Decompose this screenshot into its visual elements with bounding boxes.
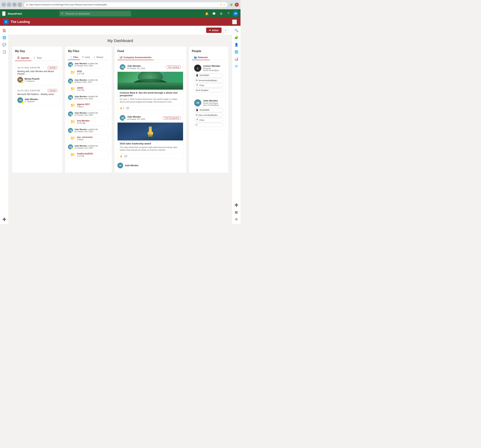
files-list: JM João Mendes modified file at October …: [68, 62, 109, 161]
tab-company-announcements[interactable]: 📢 Company Annoucements: [117, 55, 154, 60]
person-location-btn-1[interactable]: 📍 Porto: [194, 118, 223, 122]
file-card-1[interactable]: 📁 adobe 4.65 GB: [68, 85, 109, 93]
tab-todo[interactable]: ✓ Todo: [31, 55, 44, 61]
file-card-5[interactable]: 📁 AnaEscola2019 3.13 GB: [68, 150, 109, 159]
file-author-avatar-3: JM: [68, 112, 73, 116]
edit-bar: ✏ Editar ⤢: [9, 26, 232, 35]
profile-button[interactable]: B: [234, 2, 239, 7]
person-phone-btn-1[interactable]: 📱 931355896: [194, 108, 223, 112]
url-text: https://spteck.sharepoint.com/SitePages/…: [29, 4, 108, 6]
tab-agenda[interactable]: ☰ Agenda: [15, 55, 31, 61]
lock-icon: 🔒: [26, 4, 28, 6]
tab-relevant[interactable]: 👥 Relevant: [192, 55, 210, 60]
comment-action-1[interactable]: 💬: [125, 155, 127, 157]
sidebar-home-button[interactable]: 🏠: [1, 27, 8, 34]
waffle-menu-button[interactable]: ⊞: [2, 11, 6, 16]
sidebar-add-button[interactable]: ➕: [1, 216, 8, 223]
file-entry-4: JM João Mendes modified file at October …: [68, 128, 109, 142]
person-location-btn-0[interactable]: 📍 Porto: [194, 83, 223, 88]
file-author-info-1: João Mendes modified file at March 24th,…: [75, 79, 98, 83]
sharepoint-brand: SharePoint: [8, 12, 22, 15]
feed-post-actions-1: 👍 💬: [118, 153, 183, 159]
search-box[interactable]: 🔍 Procurar no SharePoint: [60, 11, 131, 16]
event-meta-2: Jun 20, 2023, 4:00:00 PM normal: [17, 89, 57, 92]
address-bar[interactable]: 🔒 https://spteck.sharepoint.com/SitePage…: [24, 2, 228, 7]
settings-button[interactable]: ⚙: [218, 11, 224, 16]
file-card-4[interactable]: 📁 ana_vncerveira 0 Bytes: [68, 134, 109, 142]
file-author-info-5: João Mendes modified file at October 2nd…: [75, 145, 98, 149]
file-author-3: JM João Mendes modified file at October …: [68, 112, 109, 116]
profile-badge: B: [235, 3, 239, 7]
tab-used[interactable]: ⏱ Used: [80, 55, 92, 60]
expand-button[interactable]: ⤢: [223, 28, 228, 33]
user-avatar[interactable]: JM: [233, 11, 238, 16]
star-icon: ☆: [223, 3, 225, 6]
feed-post-header-1: JM João Mendes at October 7th, 2020 The …: [118, 113, 183, 123]
file-card-2[interactable]: 📁 algarve 2017 0 Bytes: [68, 101, 109, 110]
event-organizer-2: JM João Mendes ⏱ Organizer: [17, 97, 57, 103]
help-button[interactable]: ?: [225, 11, 231, 16]
site-more-button[interactable]: ···: [232, 20, 237, 24]
right-user-btn[interactable]: 👤: [233, 42, 240, 48]
relevant-icon: 👥: [194, 56, 197, 59]
email-icon-1: ✉: [196, 114, 197, 116]
site-header: H The Landing ···: [0, 18, 240, 26]
right-email-btn[interactable]: 📧: [233, 63, 240, 69]
organizer-info-1: Michal Pisarek ⏱ Organizer: [24, 78, 39, 82]
feed-header: Feed: [117, 50, 183, 53]
location-icon-0: 📍: [196, 84, 198, 87]
file-author-avatar-0: JM: [68, 62, 73, 67]
person-avatar-1: JM: [194, 99, 201, 106]
person-dept-btn-0[interactable]: Art & Designer: [194, 88, 223, 92]
comment-action-0[interactable]: 💬: [127, 107, 129, 109]
person-info-0: Leonor Mendes Designer leonor.mendes@sp.…: [203, 65, 223, 72]
notifications-button[interactable]: 🔔: [204, 11, 210, 16]
file-entry-0: JM João Mendes modified file at October …: [68, 62, 109, 77]
tab-shared[interactable]: ↗ Shared: [92, 55, 105, 60]
file-details-4: ana_vncerveira 0 Bytes: [77, 136, 92, 141]
refresh-button[interactable]: ↻: [12, 2, 17, 7]
sidebar-globe-button[interactable]: 🌐: [1, 34, 8, 41]
my-day-header: My Day: [15, 50, 60, 53]
people-tab-bar: 👥 Relevant: [192, 55, 225, 60]
right-apps-btn[interactable]: 🧩: [233, 34, 240, 41]
right-settings-btn[interactable]: ⚙: [233, 216, 240, 223]
sidebar-chat-button[interactable]: 💬: [1, 42, 8, 48]
right-add-btn[interactable]: ➕: [233, 202, 240, 208]
right-outlook-btn[interactable]: 📊: [233, 56, 240, 62]
like-action-0[interactable]: 👍 1: [120, 107, 124, 109]
chat-button[interactable]: 💬: [211, 11, 217, 16]
browser-action-buttons: 🧩 B: [229, 2, 239, 7]
feed-image-1: [118, 123, 183, 141]
dashboard: My Dashboard My Day ☰ Agenda ✓ To: [9, 35, 232, 176]
status-dot-4: [71, 131, 73, 133]
back-button[interactable]: ←: [1, 2, 6, 7]
person-email-btn-1[interactable]: ✉ joao.j.mendes@sptec...: [194, 113, 223, 117]
content-area: ✏ Editar ⤢ My Dashboard My Day ☰ Agend: [9, 26, 232, 224]
file-card-0[interactable]: 📁 2018 3.27 GB: [68, 68, 109, 77]
forward-button[interactable]: →: [7, 2, 11, 7]
tab-files[interactable]: 📄 Files: [68, 55, 80, 60]
search-placeholder: Procurar no SharePoint: [66, 12, 90, 15]
organizer-role-1: ⏱ Organizer: [24, 80, 39, 82]
person-card-0: L Leonor Mendes Designer leonor.mendes@s…: [192, 62, 225, 95]
right-grid-btn[interactable]: ▦: [233, 209, 240, 215]
person-dept-btn-1[interactable]: IT: [194, 123, 223, 127]
right-search-btn[interactable]: 🔍: [233, 27, 240, 34]
home-button[interactable]: 🏠: [17, 2, 22, 7]
right-globe-btn[interactable]: 🌐: [233, 49, 240, 55]
sidebar-notes-button[interactable]: 📋: [1, 49, 8, 55]
like-action-1[interactable]: 👍: [120, 155, 122, 157]
extensions-button[interactable]: 🧩: [229, 2, 234, 7]
app-wrapper: ⊞ SharePoint 🔍 Procurar no SharePoint 🔔 …: [0, 9, 240, 224]
people-header: People: [192, 50, 225, 53]
file-entry-3: JM João Mendes modified file at October …: [68, 112, 109, 126]
file-details-5: AnaEscola2019 3.13 GB: [77, 152, 93, 157]
edit-button[interactable]: ✏ Editar: [206, 28, 222, 33]
file-card-3[interactable]: 📁 Ana Mendes 93.55 MB: [68, 118, 109, 126]
person-phone-btn-0[interactable]: 📱 931355897: [194, 73, 223, 77]
my-files-column: My Files 📄 Files ⏱ Used ↗: [65, 47, 112, 173]
event-organizer-1: MP 🕐 Michal Pisarek ⏱ Organizer: [17, 77, 57, 83]
feed-tag-1: The Perspective: [163, 116, 181, 119]
person-email-btn-0[interactable]: ✉ leonormendes@spte...: [194, 78, 223, 82]
